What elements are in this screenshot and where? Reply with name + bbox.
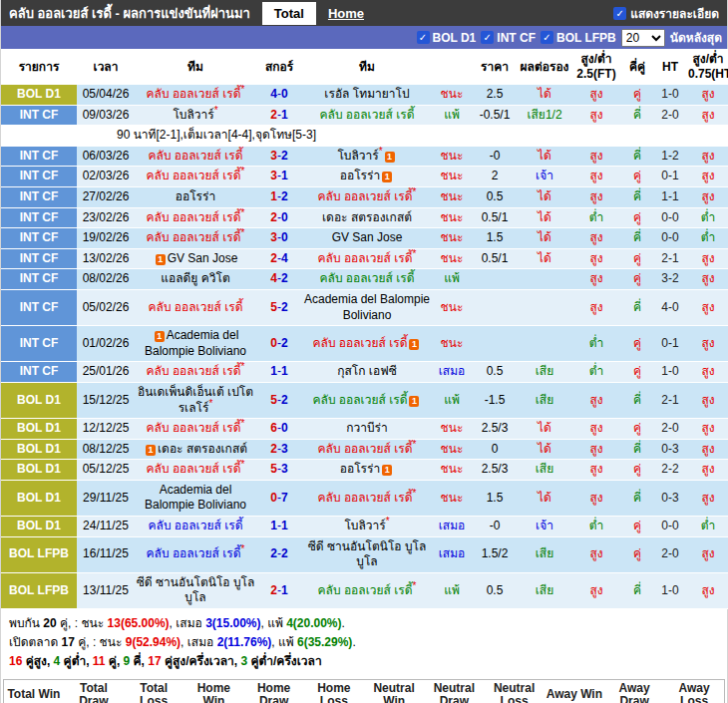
match-date: 15/12/25 <box>77 382 135 418</box>
away-team-cell: คลับ ออลเวยส์ เรดี้* <box>302 439 432 460</box>
tab-home[interactable]: Home <box>316 2 376 25</box>
over-under-ft-cell: สูง <box>571 105 621 126</box>
match-row: BOL D105/04/26คลับ ออลเวยส์ เรดี้*4-0เรอ… <box>1 85 728 105</box>
red-card-icon: 1 <box>382 465 392 476</box>
checkbox-checked-icon[interactable]: ✓ <box>541 31 553 44</box>
odd-even-cell: คู่ <box>621 536 653 572</box>
filter-int-cf[interactable]: ✓ INT CF <box>481 31 536 45</box>
over-under-ht-cell: สูง <box>687 248 728 269</box>
match-date: 09/03/26 <box>77 105 135 126</box>
ht-score-cell: 2-2 <box>653 460 687 481</box>
over-under-ft-cell: สูง <box>571 439 621 460</box>
odd-even-cell: คู่ <box>621 269 653 290</box>
checkbox-checked-icon[interactable]: ✓ <box>481 31 494 44</box>
away-team-cell: คลับ ออลเวยส์ เรดี้* <box>302 572 432 608</box>
over-under-ft-cell: สูง <box>571 572 621 608</box>
show-details-toggle[interactable]: ✓ แสดงรายละเอียด <box>613 4 727 23</box>
match-date: 05/02/26 <box>77 289 135 325</box>
odd-even-cell: คู่ <box>621 419 653 440</box>
over-under-ft-cell: สูง <box>571 269 621 290</box>
away-score: 0 <box>281 87 288 101</box>
away-team-name: คลับ ออลเวยส์ เรดี้ <box>318 583 413 597</box>
match-count-label: นัดหลังสุด <box>670 28 722 47</box>
score-cell: 3-0 <box>256 228 302 249</box>
match-row: INT CF02/03/26คลับ ออลเวยส์ เรดี้*3-1ออโ… <box>1 167 728 187</box>
match-count-select[interactable]: 20 <box>621 29 665 47</box>
league-badge: INT CF <box>1 228 77 249</box>
away-score: 2 <box>281 393 288 407</box>
score-cell: 2-1 <box>256 105 302 126</box>
home-team-name: โบลิวาร์ <box>173 108 213 122</box>
result-cell: เสมอ <box>432 362 472 383</box>
summary-segment: , เสมอ <box>181 635 217 649</box>
match-row: BOL LFPB16/11/25คลับ ออลเวยส์ เรดี้*2-2ซ… <box>1 536 728 572</box>
league-badge: BOL D1 <box>1 85 77 105</box>
odd-even-cell: คี่ <box>621 572 653 608</box>
match-row: INT CF27/02/26ออโรร่า1-2คลับ ออลเวยส์ เร… <box>1 186 728 207</box>
summary-segment: . <box>352 635 355 649</box>
home-team-cell: คลับ ออลเวยส์ เรดี้* <box>135 228 256 249</box>
home-advantage-star: * <box>241 227 245 238</box>
away-team-cell: ออโรร่า1 <box>302 167 432 187</box>
over-under-ht-cell: ต่ำ <box>687 517 728 537</box>
ht-score-cell: 2-0 <box>653 105 687 126</box>
ht-score-cell: 0-0 <box>653 517 687 537</box>
summary-segment: เปิดตลาด <box>9 635 62 649</box>
ht-score-cell: 2-1 <box>653 382 687 418</box>
away-score: 2 <box>281 336 288 350</box>
stats-column-header: Total Win <box>4 679 64 703</box>
summary-segment: 4(20.00%) <box>286 616 341 630</box>
away-team-name: คลับ ออลเวยส์ เรดี้ <box>313 393 408 407</box>
score-cell: 6-0 <box>256 419 302 440</box>
summary-segment: 20 <box>43 616 56 630</box>
odd-even-cell: คู่ <box>621 517 653 537</box>
over-under-ht-cell: สูง <box>687 326 728 362</box>
results-body: BOL D105/04/26คลับ ออลเวยส์ เรดี้*4-0เรอ… <box>1 85 728 609</box>
away-team-cell: คลับ ออลเวยส์ เรดี้1 <box>302 326 432 362</box>
score-cell: 5-3 <box>256 460 302 481</box>
league-badge: INT CF <box>1 362 77 383</box>
odd-even-cell: คี่ <box>621 146 653 167</box>
filter-bol-d1[interactable]: ✓ BOL D1 <box>417 31 477 45</box>
home-advantage-star: * <box>413 248 417 259</box>
summary-segment: , แพ้ <box>271 635 297 649</box>
over-under-ft-cell: สูง <box>571 85 621 105</box>
stats-column-header: Home Draw <box>244 679 304 703</box>
checkbox-checked-icon[interactable]: ✓ <box>417 31 430 44</box>
ht-score-cell: 0-0 <box>653 228 687 249</box>
away-team-name: คลับ ออลเวยส์ เรดี้ <box>320 271 415 285</box>
result-cell: ชนะ <box>432 289 472 325</box>
score-cell: 2-1 <box>256 572 302 608</box>
match-date: 25/01/26 <box>77 362 135 383</box>
stats-column-header: Neutral Loss <box>485 679 545 703</box>
home-team-cell: คลับ ออลเวยส์ เรดี้* <box>135 362 256 383</box>
summary-segment: 9(52.94%) <box>126 635 181 649</box>
tab-total[interactable]: Total <box>262 2 316 25</box>
match-date: 16/11/25 <box>77 536 135 572</box>
home-team-cell: คลับ ออลเวยส์ เรดี้ <box>135 146 256 167</box>
result-cell: ชนะ <box>432 480 472 516</box>
result-cell: แพ้ <box>432 105 472 126</box>
match-row: INT CF08/02/26แอลดียู ควิโต4-2คลับ ออลเว… <box>1 269 728 290</box>
handicap-result-cell: ได้ <box>518 480 571 516</box>
summary-segment: , เสมอ <box>170 616 206 630</box>
home-team-cell: โบลิวาร์* <box>135 105 256 126</box>
away-team-cell: คลับ ออลเวยส์ เรดี้* <box>302 248 432 269</box>
match-date: 12/12/25 <box>77 419 135 440</box>
home-score: 3 <box>270 169 277 182</box>
result-cell: ชนะ <box>432 186 472 207</box>
score-cell: 2-0 <box>256 207 302 228</box>
handicap-result-cell: เสีย <box>518 382 571 418</box>
away-score: 1 <box>281 583 288 597</box>
stats-column-header: Away Loss <box>664 679 724 703</box>
home-score: 5 <box>270 462 277 476</box>
away-score: 3 <box>281 442 288 456</box>
page-title: คลับ ออลเวยส์ เรดี้ - ผลการแข่งขันที่ผ่า… <box>1 3 262 24</box>
home-team-name: คลับ ออลเวยส์ เรดี้ <box>147 230 241 244</box>
over-under-ft-cell: สูง <box>571 228 621 249</box>
league-badge: INT CF <box>1 326 77 362</box>
odd-even-cell: คู่ <box>621 85 653 105</box>
filter-bol-lfpb[interactable]: ✓ BOL LFPB <box>541 31 616 45</box>
over-under-ht-cell: สูง <box>687 419 728 440</box>
checkbox-checked-icon[interactable]: ✓ <box>613 7 626 20</box>
